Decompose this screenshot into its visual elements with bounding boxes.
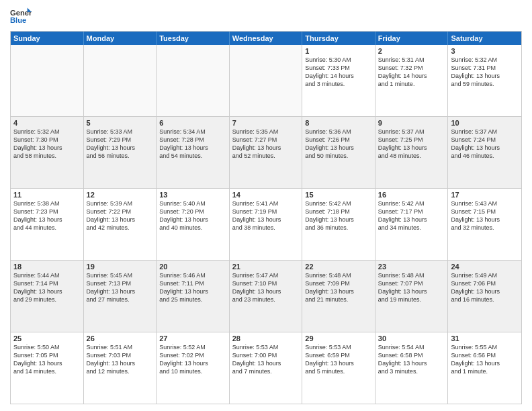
- calendar-cell-18: 18Sunrise: 5:44 AM Sunset: 7:14 PM Dayli…: [11, 261, 84, 332]
- weekday-header-thursday: Thursday: [302, 32, 375, 45]
- day-info: Sunrise: 5:50 AM Sunset: 7:05 PM Dayligh…: [13, 343, 81, 376]
- calendar-cell-17: 17Sunrise: 5:43 AM Sunset: 7:15 PM Dayli…: [448, 189, 521, 260]
- calendar-cell-21: 21Sunrise: 5:47 AM Sunset: 7:10 PM Dayli…: [230, 261, 303, 332]
- calendar-cell-13: 13Sunrise: 5:40 AM Sunset: 7:20 PM Dayli…: [157, 189, 230, 260]
- day-number: 5: [87, 119, 154, 127]
- calendar-row-3: 11Sunrise: 5:38 AM Sunset: 7:23 PM Dayli…: [11, 188, 521, 260]
- day-number: 29: [305, 334, 372, 342]
- day-info: Sunrise: 5:36 AM Sunset: 7:26 PM Dayligh…: [305, 128, 372, 161]
- calendar-row-1: 1Sunrise: 5:30 AM Sunset: 7:33 PM Daylig…: [11, 45, 521, 116]
- calendar-body: 1Sunrise: 5:30 AM Sunset: 7:33 PM Daylig…: [11, 45, 521, 404]
- day-number: 26: [87, 334, 154, 342]
- calendar-cell-31: 31Sunrise: 5:55 AM Sunset: 6:56 PM Dayli…: [448, 332, 521, 404]
- calendar-cell-empty-3: [230, 45, 303, 116]
- day-info: Sunrise: 5:42 AM Sunset: 7:18 PM Dayligh…: [305, 199, 372, 232]
- day-info: Sunrise: 5:52 AM Sunset: 7:02 PM Dayligh…: [159, 343, 226, 376]
- day-info: Sunrise: 5:53 AM Sunset: 7:00 PM Dayligh…: [232, 343, 300, 376]
- day-number: 8: [305, 119, 372, 127]
- day-number: 24: [451, 263, 519, 271]
- calendar-cell-23: 23Sunrise: 5:48 AM Sunset: 7:07 PM Dayli…: [375, 261, 449, 332]
- day-info: Sunrise: 5:30 AM Sunset: 7:33 PM Dayligh…: [305, 56, 372, 89]
- calendar-cell-25: 25Sunrise: 5:50 AM Sunset: 7:05 PM Dayli…: [11, 332, 84, 404]
- weekday-header-monday: Monday: [84, 32, 157, 45]
- day-info: Sunrise: 5:47 AM Sunset: 7:10 PM Dayligh…: [232, 271, 300, 304]
- day-info: Sunrise: 5:37 AM Sunset: 7:25 PM Dayligh…: [378, 128, 445, 161]
- day-number: 17: [451, 191, 519, 199]
- calendar-cell-22: 22Sunrise: 5:48 AM Sunset: 7:09 PM Dayli…: [302, 261, 375, 332]
- calendar-cell-4: 4Sunrise: 5:32 AM Sunset: 7:30 PM Daylig…: [11, 117, 84, 188]
- day-info: Sunrise: 5:33 AM Sunset: 7:29 PM Dayligh…: [87, 128, 154, 161]
- calendar-cell-empty-2: [157, 45, 230, 116]
- day-info: Sunrise: 5:44 AM Sunset: 7:14 PM Dayligh…: [13, 271, 81, 304]
- calendar-row-4: 18Sunrise: 5:44 AM Sunset: 7:14 PM Dayli…: [11, 260, 521, 332]
- weekday-header-saturday: Saturday: [448, 32, 521, 45]
- day-number: 15: [305, 191, 372, 199]
- calendar-cell-8: 8Sunrise: 5:36 AM Sunset: 7:26 PM Daylig…: [302, 117, 375, 188]
- day-info: Sunrise: 5:48 AM Sunset: 7:09 PM Dayligh…: [305, 271, 372, 304]
- day-info: Sunrise: 5:39 AM Sunset: 7:22 PM Dayligh…: [87, 199, 154, 232]
- page: General Blue SundayMondayTuesdayWednesda…: [0, 0, 532, 411]
- day-info: Sunrise: 5:43 AM Sunset: 7:15 PM Dayligh…: [451, 199, 519, 232]
- day-info: Sunrise: 5:37 AM Sunset: 7:24 PM Dayligh…: [451, 128, 519, 161]
- calendar-cell-28: 28Sunrise: 5:53 AM Sunset: 7:00 PM Dayli…: [230, 332, 303, 404]
- day-info: Sunrise: 5:38 AM Sunset: 7:23 PM Dayligh…: [13, 199, 81, 232]
- calendar-row-5: 25Sunrise: 5:50 AM Sunset: 7:05 PM Dayli…: [11, 332, 521, 404]
- calendar-cell-14: 14Sunrise: 5:41 AM Sunset: 7:19 PM Dayli…: [230, 189, 303, 260]
- weekday-header-tuesday: Tuesday: [157, 32, 230, 45]
- day-number: 23: [378, 263, 445, 271]
- day-info: Sunrise: 5:41 AM Sunset: 7:19 PM Dayligh…: [232, 199, 300, 232]
- day-number: 21: [232, 263, 300, 271]
- day-info: Sunrise: 5:34 AM Sunset: 7:28 PM Dayligh…: [159, 128, 226, 161]
- calendar-cell-19: 19Sunrise: 5:45 AM Sunset: 7:13 PM Dayli…: [84, 261, 157, 332]
- day-info: Sunrise: 5:35 AM Sunset: 7:27 PM Dayligh…: [232, 128, 300, 161]
- day-number: 9: [378, 119, 445, 127]
- day-info: Sunrise: 5:46 AM Sunset: 7:11 PM Dayligh…: [159, 271, 226, 304]
- weekday-header-sunday: Sunday: [11, 32, 84, 45]
- svg-text:Blue: Blue: [10, 16, 26, 24]
- day-info: Sunrise: 5:54 AM Sunset: 6:58 PM Dayligh…: [378, 343, 445, 376]
- calendar-cell-27: 27Sunrise: 5:52 AM Sunset: 7:02 PM Dayli…: [157, 332, 230, 404]
- day-number: 16: [378, 191, 445, 199]
- weekday-header-friday: Friday: [375, 32, 449, 45]
- day-info: Sunrise: 5:42 AM Sunset: 7:17 PM Dayligh…: [378, 199, 445, 232]
- day-info: Sunrise: 5:45 AM Sunset: 7:13 PM Dayligh…: [87, 271, 154, 304]
- calendar-cell-5: 5Sunrise: 5:33 AM Sunset: 7:29 PM Daylig…: [84, 117, 157, 188]
- header: General Blue: [10, 7, 522, 26]
- day-info: Sunrise: 5:53 AM Sunset: 6:59 PM Dayligh…: [305, 343, 372, 376]
- day-number: 12: [87, 191, 154, 199]
- day-info: Sunrise: 5:32 AM Sunset: 7:31 PM Dayligh…: [451, 56, 519, 89]
- logo: General Blue: [10, 7, 34, 26]
- day-number: 19: [87, 263, 154, 271]
- calendar-cell-3: 3Sunrise: 5:32 AM Sunset: 7:31 PM Daylig…: [448, 45, 521, 116]
- day-number: 3: [451, 47, 519, 55]
- day-number: 22: [305, 263, 372, 271]
- calendar-cell-12: 12Sunrise: 5:39 AM Sunset: 7:22 PM Dayli…: [84, 189, 157, 260]
- day-number: 6: [159, 119, 226, 127]
- day-number: 18: [13, 263, 81, 271]
- day-number: 30: [378, 334, 445, 342]
- day-info: Sunrise: 5:55 AM Sunset: 6:56 PM Dayligh…: [451, 343, 519, 376]
- calendar-cell-9: 9Sunrise: 5:37 AM Sunset: 7:25 PM Daylig…: [375, 117, 449, 188]
- day-number: 20: [159, 263, 226, 271]
- calendar-cell-20: 20Sunrise: 5:46 AM Sunset: 7:11 PM Dayli…: [157, 261, 230, 332]
- day-number: 27: [159, 334, 226, 342]
- calendar-cell-11: 11Sunrise: 5:38 AM Sunset: 7:23 PM Dayli…: [11, 189, 84, 260]
- calendar-cell-6: 6Sunrise: 5:34 AM Sunset: 7:28 PM Daylig…: [157, 117, 230, 188]
- calendar-cell-30: 30Sunrise: 5:54 AM Sunset: 6:58 PM Dayli…: [375, 332, 449, 404]
- calendar-header: SundayMondayTuesdayWednesdayThursdayFrid…: [11, 32, 521, 45]
- calendar-cell-29: 29Sunrise: 5:53 AM Sunset: 6:59 PM Dayli…: [302, 332, 375, 404]
- day-number: 4: [13, 119, 81, 127]
- day-info: Sunrise: 5:49 AM Sunset: 7:06 PM Dayligh…: [451, 271, 519, 304]
- day-number: 25: [13, 334, 81, 342]
- weekday-header-wednesday: Wednesday: [230, 32, 303, 45]
- day-number: 10: [451, 119, 519, 127]
- day-number: 2: [378, 47, 445, 55]
- day-number: 28: [232, 334, 300, 342]
- calendar-row-2: 4Sunrise: 5:32 AM Sunset: 7:30 PM Daylig…: [11, 116, 521, 188]
- calendar-cell-16: 16Sunrise: 5:42 AM Sunset: 7:17 PM Dayli…: [375, 189, 449, 260]
- calendar-cell-26: 26Sunrise: 5:51 AM Sunset: 7:03 PM Dayli…: [84, 332, 157, 404]
- calendar-cell-15: 15Sunrise: 5:42 AM Sunset: 7:18 PM Dayli…: [302, 189, 375, 260]
- day-number: 14: [232, 191, 300, 199]
- day-number: 31: [451, 334, 519, 342]
- day-number: 11: [13, 191, 81, 199]
